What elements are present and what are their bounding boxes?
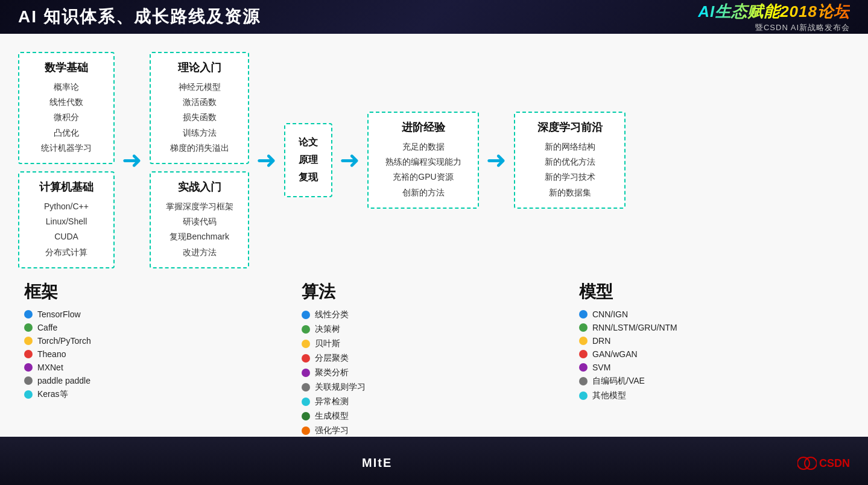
list-item: DRN: [579, 336, 748, 346]
logo-area: AI生态赋能2018论坛 暨CSDN AI新战略发布会: [698, 1, 850, 33]
theory-box: 理论入门 神经元模型激活函数损失函数训练方法梯度的消失溢出: [150, 52, 249, 164]
list-item: 分层聚类: [302, 353, 458, 364]
main-content: 数学基础 概率论线性代数微积分凸优化统计机器学习 计算机基础 Python/C+…: [0, 34, 868, 437]
csdn-icon: [797, 454, 817, 473]
list-item: 生成模型: [302, 411, 458, 422]
math-title: 数学基础: [29, 60, 104, 75]
cs-items: Python/C++Linux/ShellCUDA分布式计算: [29, 199, 104, 260]
list-item: 其他模型: [579, 390, 748, 401]
list-item: CNN/IGN: [579, 309, 748, 319]
cs-box: 计算机基础 Python/C++Linux/ShellCUDA分布式计算: [18, 171, 115, 268]
list-item: SVM: [579, 363, 748, 372]
left-boxes: 数学基础 概率论线性代数微积分凸优化统计机器学习 计算机基础 Python/C+…: [18, 52, 115, 268]
practice-box: 实战入门 掌握深度学习框架研读代码复现Benchmark改进方法: [150, 171, 249, 268]
list-item: 贝叶斯: [302, 338, 458, 349]
list-item: Torch/PyTorch: [24, 336, 181, 346]
mid-boxes: 理论入门 神经元模型激活函数损失函数训练方法梯度的消失溢出 实战入门 掌握深度学…: [150, 52, 249, 268]
list-item: TensorFlow: [24, 309, 181, 319]
advanced-box: 进阶经验 充足的数据熟练的编程实现能力充裕的GPU资源创新的方法: [367, 112, 479, 209]
header: AI 知识体系、成长路线及资源 AI生态赋能2018论坛 暨CSDN AI新战略…: [0, 0, 868, 34]
list-item: 异常检测: [302, 396, 458, 407]
frontier-title: 深度学习前沿: [525, 120, 615, 135]
logo-sub: 暨CSDN AI新战略发布会: [755, 22, 850, 33]
practice-title: 实战入门: [160, 180, 238, 194]
arrow-1: ➜: [122, 148, 142, 172]
paper-box: 论文原理复现: [284, 123, 332, 197]
list-item: 强化学习: [302, 425, 458, 436]
cs-title: 计算机基础: [29, 180, 104, 194]
frameworks-title: 框架: [24, 281, 181, 303]
list-item: 决策树: [302, 324, 458, 335]
theory-items: 神经元模型激活函数损失函数训练方法梯度的消失溢出: [160, 80, 238, 156]
math-items: 概率论线性代数微积分凸优化统计机器学习: [29, 80, 104, 156]
paper-text: 论文原理复现: [294, 134, 323, 186]
svg-point-0: [797, 457, 809, 469]
list-item: GAN/wGAN: [579, 349, 748, 359]
algorithms-title: 算法: [302, 281, 458, 303]
csdn-text: CSDN: [819, 457, 850, 470]
models-title: 模型: [579, 281, 748, 303]
math-box: 数学基础 概率论线性代数微积分凸优化统计机器学习: [18, 52, 115, 164]
list-item: Theano: [24, 349, 181, 359]
frameworks-list: TensorFlowCaffeTorch/PyTorchTheanoMXNetp…: [24, 309, 181, 400]
page-title: AI 知识体系、成长路线及资源: [18, 5, 261, 28]
frontier-items: 新的网络结构新的优化方法新的学习技术新的数据集: [525, 139, 615, 200]
logo-main: AI生态赋能2018论坛: [698, 1, 850, 22]
list-item: 自编码机/VAE: [579, 376, 748, 387]
advanced-items: 充足的数据熟练的编程实现能力充裕的GPU资源创新的方法: [378, 139, 468, 200]
frontier-box: 深度学习前沿 新的网络结构新的优化方法新的学习技术新的数据集: [514, 112, 626, 209]
list-item: Keras等: [24, 389, 181, 400]
list-item: paddle paddle: [24, 376, 181, 385]
arrow-2: ➜: [256, 148, 277, 172]
list-item: 关联规则学习: [302, 382, 458, 393]
advanced-title: 进阶经验: [378, 120, 468, 135]
flow-diagram: 数学基础 概率论线性代数微积分凸优化统计机器学习 计算机基础 Python/C+…: [18, 52, 850, 268]
mite-label: MItE: [362, 456, 392, 470]
csdn-logo: CSDN: [797, 454, 850, 473]
bottom-bar: MItE: [0, 437, 868, 485]
list-item: MXNet: [24, 363, 181, 372]
list-item: Caffe: [24, 323, 181, 332]
list-item: 聚类分析: [302, 367, 458, 378]
models-list: CNN/IGNRNN/LSTM/GRU/NTMDRNGAN/wGANSVM自编码…: [579, 309, 748, 401]
svg-point-1: [805, 457, 817, 469]
arrow-4: ➜: [486, 148, 507, 172]
list-item: 线性分类: [302, 309, 458, 320]
arrow-3: ➜: [340, 148, 360, 172]
practice-items: 掌握深度学习框架研读代码复现Benchmark改进方法: [160, 199, 238, 260]
theory-title: 理论入门: [160, 60, 238, 75]
list-item: RNN/LSTM/GRU/NTM: [579, 323, 748, 332]
